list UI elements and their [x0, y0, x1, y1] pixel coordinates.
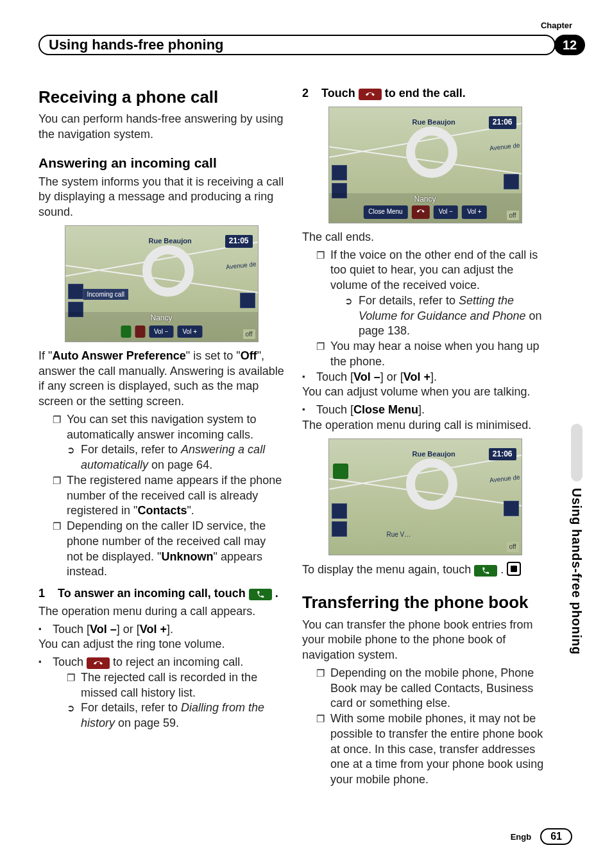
answer-button[interactable]: [121, 326, 131, 338]
body-text: You can transfer the phone book entries …: [302, 618, 548, 663]
note-item: You can set this navigation system to au…: [38, 412, 284, 443]
header-title: Using hands-free phoning: [49, 37, 224, 53]
body-text: The operation menu during call is minimi…: [302, 418, 548, 433]
step-line: 2 Touch to end the call.: [302, 86, 548, 101]
heading-receiving: Receiving a phone call: [38, 86, 284, 108]
heading-transferring: Transferring the phone book: [302, 591, 548, 613]
crossref-icon: [67, 442, 81, 458]
note-icon: [53, 519, 67, 534]
reject-icon[interactable]: [87, 657, 110, 669]
body-text: The call ends.: [302, 230, 548, 245]
vol-plus-button[interactable]: Vol +: [462, 205, 487, 219]
side-tab-label: Using hands-free phoning: [569, 488, 584, 655]
note-icon: [316, 248, 330, 263]
vol-plus-button[interactable]: Vol +: [178, 326, 203, 338]
note-icon: [316, 339, 330, 354]
note-item: The registered name appears if the phone…: [38, 473, 284, 519]
map-roundabout: [142, 245, 194, 297]
crossref-icon: [67, 700, 81, 716]
call-active-icon: [333, 464, 348, 479]
bullet-icon: [302, 403, 316, 418]
vol-minus-button[interactable]: Vol −: [434, 205, 459, 219]
body-text: The operation menu during a call appears…: [38, 604, 284, 620]
step-line: 1 To answer an incoming call, touch .: [38, 586, 284, 602]
note-item: Depending on the caller ID service, the …: [38, 519, 284, 580]
crossref-item: For details, refer to Dialling from the …: [38, 700, 284, 731]
right-column: 2 Touch to end the call. Rue Beaujon Ave…: [302, 86, 548, 804]
clock-badge: 21:06: [489, 448, 516, 461]
caller-name: Nancy: [414, 195, 436, 205]
screenshot-incoming-call: Rue Beaujon Avenue de 21:05 Incoming cal…: [65, 225, 259, 342]
reject-button[interactable]: [135, 326, 145, 338]
heading-answering: Answering an incoming call: [38, 154, 284, 172]
note-icon: [53, 412, 67, 428]
clock-badge: 21:05: [225, 235, 253, 248]
screenshot-in-call: Rue Beaujon Avenue de 21:06 Nancy Close …: [328, 107, 522, 223]
map-right-icon: [504, 174, 519, 189]
map-right-icon: [504, 501, 519, 516]
body-text: To display the menu again, touch .: [302, 562, 548, 578]
answer-icon[interactable]: [249, 589, 272, 600]
map-side-icons: [332, 503, 347, 537]
incoming-call-chip: Incoming call: [83, 289, 128, 300]
note-icon: [53, 473, 67, 489]
note-icon: [67, 670, 81, 686]
body-text: If "Auto Answer Preference" is set to "O…: [38, 349, 284, 410]
map-street-label: Rue Beaujon: [149, 236, 192, 246]
bullet-icon: [38, 655, 53, 670]
hangup-icon[interactable]: [359, 89, 382, 100]
body-text: The system informs you that it is receiv…: [38, 175, 284, 220]
screenshot-minimised: Rue Beaujon Avenue de 21:06 Rue V… off: [328, 438, 522, 555]
screenshot-buttons: Vol − Vol +: [121, 326, 202, 338]
footer-page-number: 61: [540, 828, 572, 845]
map-minor-street: Rue V…: [387, 530, 411, 539]
off-label: off: [507, 211, 519, 220]
clock-badge: 21:06: [489, 116, 516, 129]
side-tab-track: [571, 424, 582, 482]
bullet-icon: [302, 370, 316, 385]
map-roundabout: [406, 126, 457, 178]
off-label: off: [507, 542, 519, 551]
left-column: Receiving a phone call You can perform h…: [38, 86, 284, 804]
screenshot-buttons: Close Menu Vol − Vol +: [363, 205, 486, 219]
footer-language: Engb: [511, 832, 532, 842]
vol-minus-button[interactable]: Vol −: [149, 326, 174, 338]
menu-icon[interactable]: [474, 565, 497, 577]
page-footer: Engb 61: [511, 828, 572, 845]
chapter-number-badge: 12: [554, 35, 585, 55]
chapter-label: Chapter: [541, 21, 572, 30]
bullet-item: Touch [Close Menu].: [302, 403, 548, 418]
body-text: You can adjust volume when you are talki…: [302, 385, 548, 400]
map-street-label: Rue Beaujon: [412, 449, 455, 459]
body-text: You can adjust the ring tone volume.: [38, 637, 284, 652]
note-item: Depending on the mobile phone, Phone Boo…: [302, 666, 548, 711]
crossref-item: For details, refer to Setting the Volume…: [302, 293, 548, 339]
note-icon: [316, 711, 330, 727]
bullet-icon: [38, 622, 53, 638]
body-text: You can perform hands-free answering by …: [38, 112, 284, 143]
crossref-icon: [344, 293, 359, 309]
bullet-item: Touch [Vol –] or [Vol +].: [302, 370, 548, 385]
header-title-wrap: Using hands-free phoning: [38, 35, 556, 55]
hangup-button[interactable]: [412, 205, 430, 219]
bullet-item: Touch to reject an incoming call.: [38, 655, 284, 670]
crossref-item: For details, refer to Answering a call a…: [38, 442, 284, 473]
caller-name: Nancy: [150, 313, 172, 324]
content-columns: Receiving a phone call You can perform h…: [38, 86, 548, 804]
close-menu-button[interactable]: Close Menu: [363, 205, 407, 219]
note-item: You may hear a noise when you hang up th…: [302, 339, 548, 370]
note-icon: [316, 666, 330, 681]
section-end-icon: [507, 562, 521, 576]
map-street-label: Rue Beaujon: [412, 117, 455, 127]
map-right-icon: [240, 293, 255, 308]
note-item: The rejected call is recorded in the mis…: [38, 670, 284, 701]
off-label: off: [243, 329, 255, 339]
note-item: If the voice on the other end of the cal…: [302, 248, 548, 293]
map-roundabout: [406, 458, 457, 510]
page: Chapter 12 Using hands-free phoning Usin…: [0, 0, 612, 868]
bullet-item: Touch [Vol –] or [Vol +].: [38, 622, 284, 638]
note-item: With some mobile phones, it may not be p…: [302, 711, 548, 788]
